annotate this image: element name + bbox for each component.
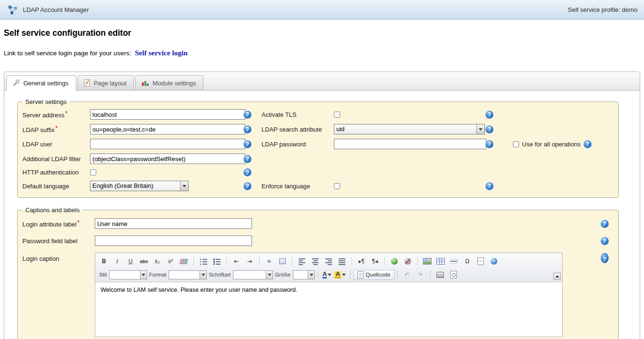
bold-button[interactable]: B bbox=[98, 256, 110, 267]
redo-button[interactable]: ↷ bbox=[414, 269, 427, 280]
insert-link-button[interactable] bbox=[388, 256, 401, 267]
ldap-suffix-input[interactable] bbox=[90, 124, 245, 134]
undo-button[interactable]: ↶ bbox=[401, 269, 413, 280]
help-icon-default-language[interactable]: ? bbox=[243, 182, 252, 190]
toolbar-row-1: B I U abc x₂ x² ⇤ ⇥ bbox=[97, 254, 553, 268]
insert-table-button[interactable] bbox=[434, 256, 447, 267]
style-combo[interactable] bbox=[109, 270, 147, 279]
additional-ldap-filter-label: Additional LDAP filter bbox=[22, 155, 90, 163]
align-center-button[interactable] bbox=[309, 256, 322, 267]
preview-icon bbox=[450, 271, 457, 278]
italic-button[interactable]: I bbox=[111, 256, 123, 267]
text-color-icon: A bbox=[322, 271, 327, 278]
activate-tls-label: Activate TLS bbox=[262, 111, 334, 118]
ldap-search-attribute-select[interactable]: uid bbox=[334, 124, 485, 134]
tab-content: Server settings Server address* ? Activa… bbox=[4, 91, 640, 339]
tab-page-layout-label: Page layout bbox=[94, 80, 127, 87]
enforce-language-label: Enforce language bbox=[262, 183, 334, 190]
tab-general-settings[interactable]: General settings bbox=[6, 75, 76, 91]
align-left-icon bbox=[299, 258, 305, 265]
blockquote-button[interactable]: “ bbox=[263, 254, 275, 268]
ldap-search-attribute-label: LDAP search attribute bbox=[262, 126, 334, 133]
insert-image-button[interactable] bbox=[421, 256, 433, 267]
help-icon-activate-tls[interactable]: ? bbox=[485, 111, 493, 119]
align-left-button[interactable] bbox=[296, 256, 308, 267]
login-caption-editor: B I U abc x₂ x² ⇤ ⇥ bbox=[95, 253, 563, 337]
unlink-icon bbox=[404, 258, 411, 265]
chevron-down-icon bbox=[328, 274, 332, 276]
font-combo[interactable] bbox=[233, 270, 273, 279]
help-icon-http-auth[interactable]: ? bbox=[243, 168, 252, 176]
http-authentication-checkbox[interactable] bbox=[90, 169, 96, 175]
activate-tls-checkbox[interactable] bbox=[334, 112, 340, 118]
help-icon-enforce-language[interactable]: ? bbox=[485, 182, 493, 190]
toolbar-collapse-button[interactable] bbox=[553, 273, 561, 280]
ldap-user-label: LDAP user bbox=[22, 141, 90, 148]
editor-toolbar: B I U abc x₂ x² ⇤ ⇥ bbox=[95, 253, 562, 282]
help-icon-login-attribute[interactable]: ? bbox=[601, 220, 609, 228]
page-layout-icon bbox=[84, 79, 91, 87]
remove-format-button[interactable] bbox=[178, 256, 190, 267]
app-brand: LDAP Account Manager bbox=[7, 3, 89, 16]
default-language-select[interactable]: English (Great Britain) bbox=[90, 181, 189, 191]
special-character-button[interactable]: Ω bbox=[461, 256, 473, 267]
align-justify-button[interactable] bbox=[336, 256, 348, 267]
superscript-button[interactable]: x² bbox=[164, 256, 177, 267]
print-button[interactable] bbox=[434, 269, 446, 280]
chevron-down-icon bbox=[342, 274, 346, 276]
indent-button[interactable]: ⇥ bbox=[243, 256, 256, 267]
source-code-button[interactable]: Quellcode bbox=[353, 270, 394, 280]
additional-ldap-filter-input[interactable] bbox=[90, 154, 245, 164]
numbered-list-button[interactable] bbox=[197, 256, 210, 267]
bulleted-list-button[interactable] bbox=[211, 256, 223, 267]
size-combo[interactable] bbox=[293, 270, 315, 279]
style-combo-label: Stil bbox=[99, 272, 107, 277]
help-icon-login-caption[interactable]: ? bbox=[601, 253, 609, 263]
server-address-input[interactable] bbox=[90, 109, 245, 120]
http-authentication-label: HTTP authentication bbox=[22, 169, 90, 176]
login-link-intro: Link to self service login page for your… bbox=[4, 50, 131, 57]
horizontal-rule-button[interactable] bbox=[448, 256, 460, 267]
editor-content-area[interactable]: Welcome to LAM self service. Please ente… bbox=[95, 282, 562, 337]
help-icon-ldap-password[interactable]: ? bbox=[485, 140, 493, 148]
div-container-icon bbox=[279, 258, 286, 264]
help-icon-search-attribute[interactable]: ? bbox=[485, 125, 493, 134]
preview-button[interactable] bbox=[447, 269, 460, 280]
text-direction-rtl-button[interactable]: ¶◂ bbox=[369, 256, 381, 267]
table-icon bbox=[436, 258, 445, 265]
page-break-icon bbox=[477, 257, 484, 265]
required-marker: * bbox=[55, 125, 57, 131]
tab-page-layout[interactable]: Page layout bbox=[78, 75, 134, 90]
ldap-password-input[interactable] bbox=[334, 139, 486, 149]
align-right-button[interactable] bbox=[322, 256, 335, 267]
tab-module-settings[interactable]: Module settings bbox=[135, 75, 203, 90]
password-field-label: Password field label bbox=[22, 237, 95, 245]
div-container-button[interactable] bbox=[276, 256, 289, 267]
help-icon-ldap-suffix[interactable]: ? bbox=[243, 125, 252, 134]
help-icon-use-for-all[interactable]: ? bbox=[584, 140, 592, 148]
subscript-button[interactable]: x₂ bbox=[151, 256, 163, 267]
password-field-input[interactable] bbox=[95, 236, 252, 246]
help-icon-server-address[interactable]: ? bbox=[243, 111, 252, 119]
enforce-language-checkbox[interactable] bbox=[334, 183, 340, 189]
text-direction-ltr-button[interactable]: ▸¶ bbox=[355, 256, 368, 267]
strikethrough-button[interactable]: abc bbox=[138, 256, 150, 267]
underline-button[interactable]: U bbox=[124, 256, 137, 267]
remove-link-button[interactable] bbox=[402, 256, 414, 267]
chevron-down-icon bbox=[308, 271, 314, 279]
outdent-button[interactable]: ⇤ bbox=[230, 256, 242, 267]
background-color-button[interactable]: A bbox=[333, 271, 346, 278]
page-break-button[interactable] bbox=[474, 256, 487, 267]
text-color-button[interactable]: A bbox=[322, 271, 332, 278]
ldap-user-input[interactable] bbox=[90, 139, 245, 149]
font-combo-label: Schriftart bbox=[209, 272, 231, 277]
format-combo[interactable] bbox=[169, 270, 207, 279]
login-attribute-input[interactable] bbox=[95, 218, 252, 229]
use-for-all-operations-checkbox[interactable] bbox=[513, 141, 519, 147]
help-icon-password-field[interactable]: ? bbox=[601, 237, 609, 245]
self-service-login-link[interactable]: Self service login bbox=[135, 49, 188, 57]
help-icon-ldap-user[interactable]: ? bbox=[243, 140, 252, 148]
use-for-all-operations-label: Use for all operations bbox=[522, 141, 581, 148]
insert-iframe-button[interactable] bbox=[488, 256, 500, 267]
help-icon-ldap-filter[interactable]: ? bbox=[243, 155, 252, 163]
